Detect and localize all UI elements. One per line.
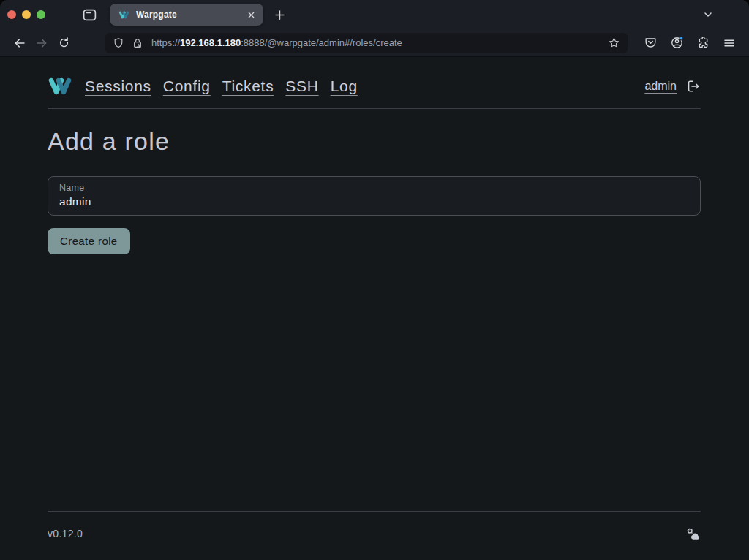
user-link[interactable]: admin [644,80,677,93]
pocket-icon[interactable] [644,36,658,50]
page-footer: v0.12.0 [48,512,701,560]
extensions-icon[interactable] [696,36,710,50]
browser-window: Warpgate [0,0,749,560]
browser-toolbar: https://192.168.1.180:8888/@warpgate/adm… [0,29,749,57]
nav-link-ssh[interactable]: SSH [285,77,318,95]
logout-icon[interactable] [686,79,701,94]
tab-title: Warpgate [136,10,245,20]
traffic-lights [0,10,45,19]
page-title: Add a role [48,127,701,156]
toolbar-extensions-area [638,36,740,50]
nav-link-log[interactable]: Log [331,77,358,95]
version-label: v0.12.0 [48,528,83,540]
url-bar[interactable]: https://192.168.1.180:8888/@warpgate/adm… [105,33,628,53]
firefox-view-icon[interactable] [82,7,97,23]
navbar-divider [48,108,701,109]
tabs-dropdown-icon[interactable] [702,9,714,20]
tab-warpgate[interactable]: Warpgate [110,4,263,26]
menu-icon[interactable] [723,37,736,50]
warpgate-admin-page: Sessions Config Tickets SSH Log admin Ad… [0,57,749,560]
nav-user-area: admin [644,79,701,94]
lock-warning-icon[interactable] [132,37,143,49]
minimize-window-button[interactable] [22,10,31,19]
tab-strip: Warpgate [0,0,749,29]
url-text[interactable]: https://192.168.1.180:8888/@warpgate/adm… [151,37,602,48]
nav-links: Sessions Config Tickets SSH Log [85,77,358,95]
security-icons [113,37,143,49]
warpgate-logo[interactable] [48,76,72,97]
content-spacer [48,254,701,511]
site-navbar: Sessions Config Tickets SSH Log admin [48,76,701,97]
nav-link-config[interactable]: Config [163,77,211,95]
tab-close-icon[interactable] [245,9,257,21]
bookmark-star-icon[interactable] [608,37,620,49]
new-tab-button[interactable] [274,9,286,21]
zoom-window-button[interactable] [37,10,45,19]
url-path: :8888/@warpgate/admin#/roles/create [241,37,402,48]
shield-icon[interactable] [113,37,124,49]
tab-favicon-warpgate-logo [118,10,129,20]
role-name-field[interactable]: Name [48,176,701,216]
close-window-button[interactable] [7,10,16,19]
footer-gears-icon[interactable] [685,526,701,541]
url-scheme: https:// [151,37,180,48]
nav-link-sessions[interactable]: Sessions [85,77,151,95]
role-name-input[interactable] [59,193,689,208]
reload-icon[interactable] [53,33,75,53]
role-name-label: Name [59,183,689,193]
create-role-button[interactable]: Create role [48,228,130,254]
back-icon[interactable] [9,33,31,53]
account-icon[interactable] [670,36,684,50]
forward-icon[interactable] [31,33,53,53]
url-domain: 192.168.1.180 [180,37,241,48]
nav-link-tickets[interactable]: Tickets [222,77,274,95]
